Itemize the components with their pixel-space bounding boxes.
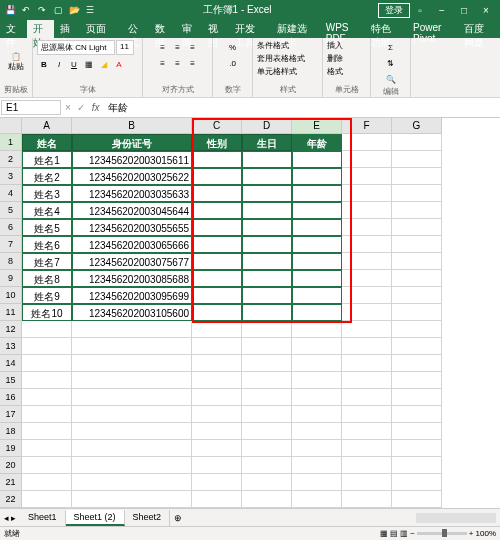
cell[interactable]: 姓名1 <box>22 151 72 168</box>
cell[interactable] <box>192 457 242 474</box>
sheet-tab[interactable]: Sheet2 <box>125 510 171 526</box>
cell[interactable]: 123456202003055655 <box>72 219 192 236</box>
row-header[interactable]: 14 <box>0 355 22 372</box>
cell[interactable] <box>292 270 342 287</box>
cell[interactable] <box>192 338 242 355</box>
row-header[interactable]: 19 <box>0 440 22 457</box>
col-header-C[interactable]: C <box>192 118 242 134</box>
cell[interactable] <box>72 457 192 474</box>
cell[interactable] <box>392 151 442 168</box>
login-button[interactable]: 登录 <box>378 3 410 18</box>
cell[interactable] <box>192 321 242 338</box>
cell[interactable] <box>392 134 442 151</box>
cell[interactable] <box>392 236 442 253</box>
cell[interactable] <box>72 389 192 406</box>
row-header[interactable]: 21 <box>0 474 22 491</box>
cell[interactable] <box>22 406 72 423</box>
cell[interactable] <box>242 287 292 304</box>
sort-icon[interactable]: ⇅ <box>384 56 398 70</box>
delete-button[interactable]: 删除 <box>327 53 343 64</box>
cell[interactable]: 姓名5 <box>22 219 72 236</box>
row-header[interactable]: 10 <box>0 287 22 304</box>
cell[interactable] <box>292 491 342 508</box>
paste-button[interactable]: 📋粘贴 <box>4 44 28 80</box>
cell[interactable] <box>192 491 242 508</box>
cell[interactable]: 姓名9 <box>22 287 72 304</box>
close-icon[interactable]: × <box>476 2 496 18</box>
cell[interactable]: 姓名 <box>22 134 72 151</box>
undo-icon[interactable]: ↶ <box>20 4 32 16</box>
cell[interactable] <box>192 253 242 270</box>
cell[interactable] <box>192 287 242 304</box>
cell[interactable]: 生日 <box>242 134 292 151</box>
cell[interactable] <box>192 168 242 185</box>
cell[interactable] <box>192 236 242 253</box>
cell[interactable] <box>72 423 192 440</box>
cell[interactable] <box>392 321 442 338</box>
row-header[interactable]: 8 <box>0 253 22 270</box>
cell[interactable] <box>242 236 292 253</box>
cell[interactable] <box>292 185 342 202</box>
underline-button[interactable]: U <box>67 57 81 71</box>
cell[interactable] <box>242 304 292 321</box>
cell[interactable] <box>392 287 442 304</box>
cell[interactable] <box>72 321 192 338</box>
align-center-icon[interactable]: ≡ <box>171 56 185 70</box>
decimal-icon[interactable]: .0 <box>226 56 240 70</box>
maximize-icon[interactable]: □ <box>454 2 474 18</box>
cell[interactable] <box>392 168 442 185</box>
cell[interactable] <box>292 423 342 440</box>
bold-button[interactable]: B <box>37 57 51 71</box>
row-header[interactable]: 6 <box>0 219 22 236</box>
row-header[interactable]: 12 <box>0 321 22 338</box>
open-icon[interactable]: 📂 <box>68 4 80 16</box>
cell[interactable] <box>342 185 392 202</box>
cell[interactable] <box>392 185 442 202</box>
cell[interactable] <box>242 321 292 338</box>
col-header-D[interactable]: D <box>242 118 292 134</box>
ribbon-options-icon[interactable]: ▫ <box>410 2 430 18</box>
cancel-icon[interactable]: × <box>62 102 74 113</box>
cell[interactable] <box>192 355 242 372</box>
tab-4[interactable]: 公式 <box>122 20 149 38</box>
cell[interactable] <box>72 474 192 491</box>
sheet-tab[interactable]: Sheet1 <box>20 510 66 526</box>
cell[interactable] <box>292 168 342 185</box>
cell[interactable] <box>22 389 72 406</box>
cell[interactable] <box>72 440 192 457</box>
cell[interactable] <box>342 423 392 440</box>
cell[interactable] <box>242 457 292 474</box>
cell[interactable] <box>242 423 292 440</box>
cell[interactable] <box>192 185 242 202</box>
row-header[interactable]: 7 <box>0 236 22 253</box>
cell[interactable] <box>292 253 342 270</box>
cell[interactable] <box>242 389 292 406</box>
font-size-combo[interactable]: 11 <box>116 40 134 55</box>
align-top-icon[interactable]: ≡ <box>156 40 170 54</box>
cell[interactable] <box>342 338 392 355</box>
cell[interactable] <box>292 202 342 219</box>
cell[interactable] <box>392 406 442 423</box>
col-header-A[interactable]: A <box>22 118 72 134</box>
fx-icon[interactable]: fx <box>88 102 104 113</box>
cell[interactable] <box>392 491 442 508</box>
row-header[interactable]: 22 <box>0 491 22 508</box>
sheet-next-icon[interactable]: ▸ <box>11 513 16 523</box>
cell[interactable] <box>22 355 72 372</box>
tab-7[interactable]: 视图 <box>202 20 229 38</box>
cell[interactable]: 姓名6 <box>22 236 72 253</box>
cell[interactable] <box>342 457 392 474</box>
redo-icon[interactable]: ↷ <box>36 4 48 16</box>
zoom-in-icon[interactable]: + <box>469 529 474 538</box>
col-header-F[interactable]: F <box>342 118 392 134</box>
tab-9[interactable]: 新建选项卡 <box>271 20 320 38</box>
row-header[interactable]: 5 <box>0 202 22 219</box>
cell[interactable]: 123456202003035633 <box>72 185 192 202</box>
cell[interactable] <box>192 423 242 440</box>
row-header[interactable]: 13 <box>0 338 22 355</box>
cell[interactable] <box>192 202 242 219</box>
cell[interactable] <box>242 151 292 168</box>
add-sheet-button[interactable]: ⊕ <box>170 513 186 523</box>
cell[interactable] <box>392 389 442 406</box>
cell[interactable] <box>22 321 72 338</box>
